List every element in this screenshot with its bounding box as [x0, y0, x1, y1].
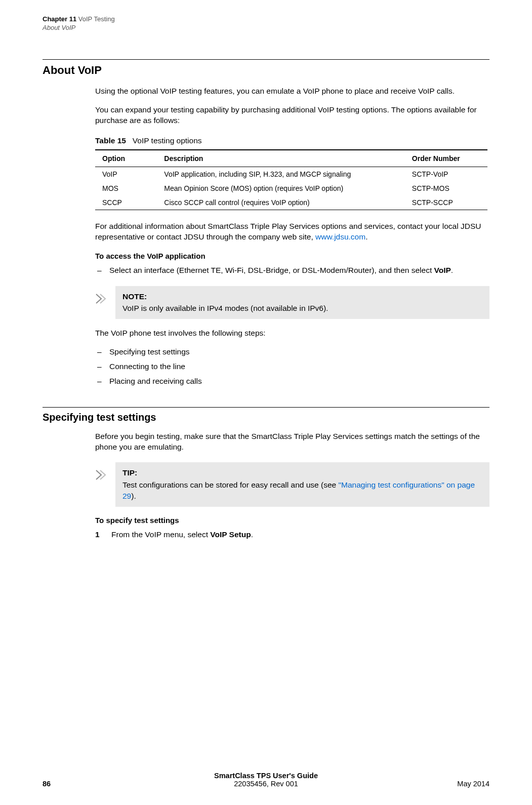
note-box: NOTE: VoIP is only available in IPv4 mod… — [95, 286, 489, 319]
tip-body-post: ). — [131, 492, 136, 500]
table-row: MOS Mean Opinion Score (MOS) option (req… — [95, 181, 487, 195]
text: . — [251, 530, 253, 539]
list-item: – Specifying test settings — [95, 347, 489, 357]
section-name: About VoIP — [43, 24, 489, 31]
footer-doc: 22035456, Rev 001 — [43, 780, 489, 788]
table-caption: Table 15 VoIP testing options — [95, 136, 489, 145]
voip-options-table: Option Description Order Number VoIP VoI… — [95, 149, 487, 210]
cell-description: VoIP application, including SIP, H.323, … — [157, 167, 404, 181]
th-order: Order Number — [405, 150, 487, 167]
th-description: Description — [157, 150, 404, 167]
paragraph: For additional information about SmartCl… — [95, 221, 489, 243]
list-content: Specifying test settings — [109, 347, 489, 357]
table-row: SCCP Cisco SCCP call control (requires V… — [95, 195, 487, 210]
chapter-title: VoIP Testing — [78, 15, 115, 23]
cell-order: SCTP-MOS — [405, 181, 487, 195]
list-item: – Connecting to the line — [95, 361, 489, 372]
cell-option: VoIP — [95, 167, 157, 181]
link-jdsu[interactable]: www.jdsu.com — [315, 232, 365, 241]
cell-order: SCTP-SCCP — [405, 195, 487, 210]
cell-description: Cisco SCCP call control (requires VoIP o… — [157, 195, 404, 210]
subheading-specify-settings: To specify test settings — [95, 516, 489, 525]
heading-about-voip: About VoIP — [43, 64, 489, 77]
page-footer: SmartClass TPS User's Guide 22035456, Re… — [43, 772, 489, 788]
divider — [43, 59, 489, 60]
list-item: – Select an interface (Ethernet TE, Wi-F… — [95, 265, 489, 276]
text: For additional information about SmartCl… — [95, 222, 481, 241]
chapter-number: Chapter 11 — [43, 15, 76, 23]
tip-title: TIP: — [122, 467, 482, 478]
paragraph: Using the optional VoIP testing features… — [95, 86, 489, 97]
text: . — [451, 266, 453, 274]
bold-text: VoIP — [434, 266, 451, 274]
bullet-dash: – — [95, 361, 109, 372]
table-number: Table 15 — [95, 136, 126, 145]
chevron-right-icon — [95, 286, 115, 306]
text: From the VoIP menu, select — [111, 530, 210, 539]
bold-text: VoIP Setup — [210, 530, 251, 539]
note-body: VoIP is only available in IPv4 modes (no… — [122, 304, 328, 312]
page-header: Chapter 11 VoIP Testing About VoIP — [43, 15, 489, 31]
tip-box: TIP: Test configurations can be stored f… — [95, 462, 489, 506]
step-number: 1 — [95, 530, 111, 540]
chapter-line: Chapter 11 VoIP Testing — [43, 15, 489, 23]
cell-order: SCTP-VoIP — [405, 167, 487, 181]
table-row: VoIP VoIP application, including SIP, H.… — [95, 167, 487, 181]
list-content: From the VoIP menu, select VoIP Setup. — [111, 530, 489, 540]
cell-option: MOS — [95, 181, 157, 195]
cell-description: Mean Opinion Score (MOS) option (require… — [157, 181, 404, 195]
note-content: NOTE: VoIP is only available in IPv4 mod… — [115, 286, 489, 319]
subheading-access-voip: To access the VoIP application — [95, 252, 489, 260]
paragraph: The VoIP phone test involves the followi… — [95, 328, 489, 339]
bullet-dash: – — [95, 265, 109, 276]
footer-title: SmartClass TPS User's Guide — [43, 772, 489, 780]
tip-content: TIP: Test configurations can be stored f… — [115, 462, 489, 506]
text: . — [365, 232, 367, 241]
cell-option: SCCP — [95, 195, 157, 210]
th-option: Option — [95, 150, 157, 167]
bullet-dash: – — [95, 347, 109, 357]
list-content: Connecting to the line — [109, 361, 489, 372]
list-item: 1 From the VoIP menu, select VoIP Setup. — [95, 530, 489, 540]
tip-body-pre: Test configurations can be stored for ea… — [122, 480, 339, 489]
bullet-dash: – — [95, 376, 109, 387]
text: Select an interface (Ethernet TE, Wi-Fi,… — [109, 266, 434, 274]
chevron-right-icon — [95, 462, 115, 482]
heading-specifying-settings: Specifying test settings — [43, 412, 489, 423]
paragraph: Before you begin testing, make sure that… — [95, 431, 489, 453]
footer-date: May 2014 — [457, 780, 489, 788]
divider — [43, 407, 489, 408]
list-content: Placing and receiving calls — [109, 376, 489, 387]
list-content: Select an interface (Ethernet TE, Wi-Fi,… — [109, 265, 489, 276]
list-item: – Placing and receiving calls — [95, 376, 489, 387]
paragraph: You can expand your testing capability b… — [95, 105, 489, 126]
page-number: 86 — [43, 780, 51, 788]
note-title: NOTE: — [122, 291, 482, 302]
table-title: VoIP testing options — [133, 136, 202, 145]
